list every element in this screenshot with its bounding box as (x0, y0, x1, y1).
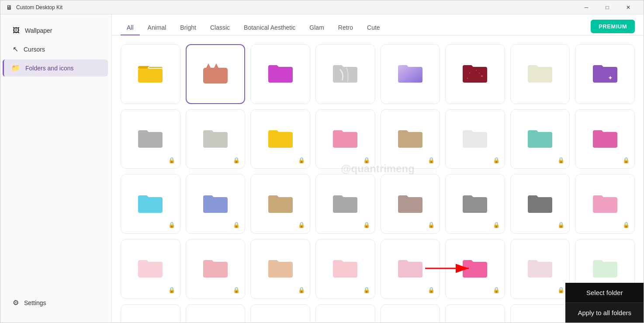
app-title: Custom Desktop Kit (16, 4, 576, 10)
folder-icon (331, 256, 359, 282)
svg-rect-0 (138, 69, 163, 83)
svg-point-4 (469, 73, 470, 73)
folder-icon (201, 60, 229, 88)
tab-classic[interactable]: Classic (204, 21, 236, 35)
tab-animal[interactable]: Animal (142, 21, 173, 35)
folder-icon (591, 191, 619, 217)
cursors-icon: ↖ (13, 45, 18, 53)
folder-item[interactable]: 🔒 (186, 239, 246, 299)
folder-item[interactable]: 🔒 (381, 304, 440, 323)
folder-item[interactable] (250, 44, 310, 104)
folder-icon (396, 321, 424, 323)
folder-item[interactable]: 🔒 (575, 109, 635, 169)
folder-item[interactable]: 🔒 (250, 109, 310, 169)
folder-icon (136, 126, 164, 152)
sidebar-item-folders[interactable]: 📁 Folders and icons (3, 59, 108, 76)
folder-item[interactable]: 🔒 (510, 109, 570, 169)
folder-item[interactable]: 🔒 (445, 174, 505, 234)
folder-item[interactable]: 🔒 (315, 304, 375, 323)
folder-item[interactable]: 🔒 (315, 109, 375, 169)
folder-item[interactable]: 🔒 (445, 109, 505, 169)
folder-icon (201, 321, 229, 323)
folder-item[interactable]: 🔒 (250, 304, 310, 323)
folder-item[interactable] (121, 44, 180, 104)
folder-icon (267, 256, 294, 282)
title-bar: 🖥 Custom Desktop Kit ─ □ ✕ (0, 0, 644, 14)
folder-icon (526, 61, 554, 87)
action-buttons: Select folder Apply to all folders (565, 283, 644, 323)
lock-icon: 🔒 (556, 220, 566, 230)
folder-item[interactable]: 🔒 (186, 174, 246, 234)
folder-item[interactable]: 🔒 (510, 304, 570, 323)
folder-icon (461, 126, 489, 152)
folder-item[interactable]: 🔒 (250, 239, 310, 299)
folder-item[interactable]: 🔒 (445, 304, 505, 323)
folder-item[interactable]: 🔒 (510, 239, 570, 299)
folder-item[interactable] (381, 44, 440, 104)
sidebar-item-cursors[interactable]: ↖ Cursors (4, 41, 108, 58)
folder-item[interactable]: 🔒 (381, 109, 440, 169)
lock-icon: 🔒 (167, 220, 177, 230)
sidebar-item-wallpaper[interactable]: 🖼 Wallpaper (4, 22, 108, 39)
folder-item[interactable]: 🔒 (186, 304, 246, 323)
folder-item[interactable]: 🔒 (381, 174, 440, 234)
svg-text:✦: ✦ (608, 74, 613, 81)
folder-item[interactable]: 🔒 (121, 174, 180, 234)
folder-item[interactable] (315, 44, 375, 104)
lock-icon: 🔒 (167, 285, 177, 295)
sidebar-item-settings[interactable]: ⚙ Settings (4, 294, 108, 311)
folder-item[interactable]: 🔒 (250, 174, 310, 234)
folder-icon (201, 126, 229, 152)
folder-item[interactable]: 🔒 (121, 109, 180, 169)
close-button[interactable]: ✕ (618, 0, 638, 14)
folder-item[interactable]: 🔒 (575, 174, 635, 234)
folder-icon (591, 126, 619, 152)
folder-icon (526, 321, 554, 323)
premium-button[interactable]: PREMIUM (591, 20, 635, 33)
lock-icon: 🔒 (232, 285, 241, 295)
sidebar-item-settings-label: Settings (24, 299, 46, 306)
folder-item[interactable]: 🔒 (315, 239, 375, 299)
folder-item[interactable] (445, 44, 505, 104)
maximize-button[interactable]: □ (597, 0, 617, 14)
tab-cute[interactable]: Cute (361, 21, 386, 35)
folder-item[interactable]: ✦ (575, 44, 635, 104)
main-content: 🖼 Wallpaper ↖ Cursors 📁 Folders and icon… (0, 14, 644, 323)
lock-icon: 🔒 (426, 285, 436, 295)
folder-icon (461, 191, 489, 217)
folders-icon: 📁 (11, 64, 20, 72)
lock-icon: 🔒 (492, 285, 501, 295)
folder-item[interactable] (510, 44, 570, 104)
wallpaper-icon: 🖼 (13, 27, 20, 35)
folder-item[interactable]: 🔒 (381, 239, 440, 299)
minimize-button[interactable]: ─ (576, 0, 596, 14)
folder-item[interactable]: 🔒 (315, 174, 375, 234)
apply-all-button[interactable]: Apply to all folders (565, 302, 644, 323)
tab-bright[interactable]: Bright (174, 21, 202, 35)
sidebar: 🖼 Wallpaper ↖ Cursors 📁 Folders and icon… (0, 14, 112, 323)
select-folder-button[interactable]: Select folder (565, 283, 644, 302)
folder-icon (396, 256, 424, 282)
folder-icon (526, 126, 554, 152)
lock-icon: 🔒 (621, 220, 631, 230)
svg-point-7 (467, 78, 468, 79)
sidebar-item-folders-label: Folders and icons (25, 65, 74, 72)
lock-icon: 🔒 (362, 285, 371, 295)
folder-icon (396, 61, 424, 87)
folder-item[interactable]: 🔒 (121, 304, 180, 323)
tab-all[interactable]: All (121, 21, 140, 35)
folder-icon (136, 256, 164, 282)
lock-icon: 🔒 (297, 220, 306, 230)
tab-botanical[interactable]: Botanical Aesthetic (238, 21, 301, 35)
folder-item[interactable]: 🔒 (445, 239, 505, 299)
folder-icon (201, 191, 229, 217)
svg-point-5 (476, 70, 477, 71)
tab-glam[interactable]: Glam (303, 21, 330, 35)
folder-item[interactable]: 🔒 (186, 109, 246, 169)
folder-icon (396, 191, 424, 217)
tab-retro[interactable]: Retro (332, 21, 359, 35)
folder-item[interactable]: 🔒 (121, 239, 180, 299)
folder-item[interactable] (186, 44, 246, 104)
folder-item[interactable]: 🔒 (510, 174, 570, 234)
folder-icon (331, 61, 359, 87)
